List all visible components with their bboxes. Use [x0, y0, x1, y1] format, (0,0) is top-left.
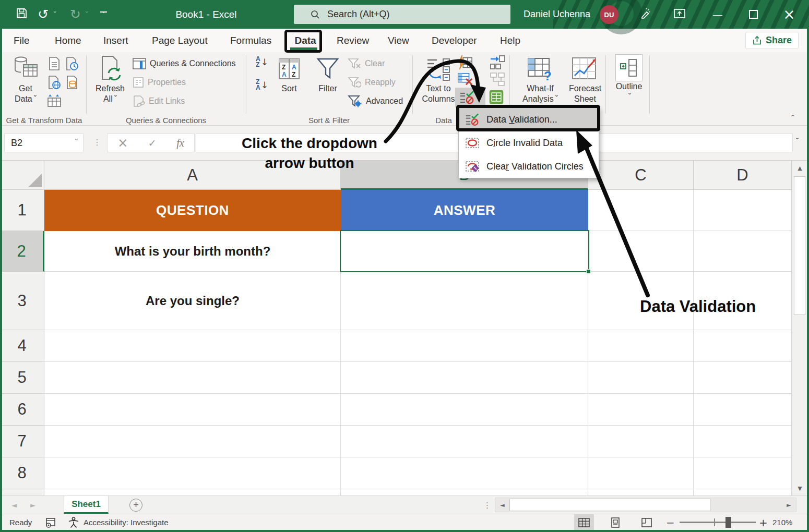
consolidate-button[interactable]: [490, 54, 505, 71]
scroll-up-button[interactable]: ▲: [792, 161, 807, 175]
new-sheet-button[interactable]: +: [129, 499, 142, 512]
insert-function-icon[interactable]: fx: [176, 137, 184, 149]
recent-sources-button[interactable]: [64, 55, 80, 72]
menu-item-circle-invalid-data[interactable]: Circle Invalid Data: [459, 131, 599, 154]
advanced-filter-button[interactable]: Advanced: [348, 94, 403, 108]
sort-ascending-button[interactable]: AZ ↓: [256, 56, 271, 68]
tab-formulas[interactable]: Formulas: [230, 29, 271, 52]
search-box[interactable]: Search (Alt+Q): [294, 5, 510, 24]
horizontal-scrollbar[interactable]: ◄ ►: [495, 498, 796, 512]
collapse-ribbon-button[interactable]: ˆ: [791, 114, 794, 125]
sort-descending-button[interactable]: ZA ↓: [256, 79, 271, 91]
row-header-5[interactable]: 5: [0, 362, 44, 394]
ribbon-display-options-button[interactable]: [673, 0, 686, 29]
expand-formula-bar-button[interactable]: ˇ: [794, 137, 799, 147]
enter-check-icon[interactable]: ✓: [148, 137, 157, 149]
formula-bar-handle[interactable]: ⋮: [93, 137, 101, 147]
accessibility-status[interactable]: Accessibility: Investigate: [84, 514, 169, 530]
accessibility-button[interactable]: [68, 514, 79, 530]
flash-fill-button[interactable]: [457, 54, 473, 71]
scroll-down-button[interactable]: ▼: [792, 481, 807, 495]
properties-button[interactable]: Properties: [133, 75, 186, 90]
scroll-left-button[interactable]: ◄: [495, 498, 509, 512]
what-if-analysis-button[interactable]: ? What-If Analysisˇ: [517, 54, 564, 108]
maximize-button[interactable]: [741, 0, 765, 29]
redo-button[interactable]: ↻: [70, 0, 81, 29]
zoom-level[interactable]: 210%: [772, 514, 792, 530]
zoom-slider-thumb[interactable]: [725, 517, 731, 528]
tab-file[interactable]: File: [14, 29, 30, 52]
zoom-out-button[interactable]: −: [666, 514, 675, 530]
tab-page-layout[interactable]: Page Layout: [152, 29, 208, 52]
sheet-nav-right[interactable]: ►: [30, 496, 35, 514]
customize-qat-button[interactable]: ˇ: [100, 0, 107, 29]
page-break-preview-button[interactable]: [637, 514, 657, 530]
edit-links-button[interactable]: Edit Links: [133, 94, 185, 108]
manage-data-model-button[interactable]: [489, 89, 504, 105]
select-all-corner[interactable]: [0, 161, 44, 190]
macro-record-button[interactable]: [45, 514, 56, 530]
row-header-7[interactable]: 7: [0, 426, 44, 457]
remove-duplicates-button[interactable]: [457, 71, 473, 88]
row-header-2[interactable]: 2: [0, 231, 44, 272]
row-header-8[interactable]: 8: [0, 457, 44, 489]
tab-insert[interactable]: Insert: [103, 29, 128, 52]
tab-review[interactable]: Review: [337, 29, 369, 52]
text-to-columns-button[interactable]: Text to Columns: [419, 54, 458, 108]
normal-view-button[interactable]: [574, 514, 594, 530]
forecast-sheet-button[interactable]: Forecast Sheet: [566, 54, 604, 108]
user-name[interactable]: Daniel Uchenna: [524, 0, 590, 29]
close-button[interactable]: ×: [777, 0, 801, 29]
name-box[interactable]: B2 ˇ: [4, 134, 84, 152]
undo-dropdown[interactable]: ˇ: [54, 0, 56, 29]
reapply-button[interactable]: Reapply: [348, 75, 396, 90]
tab-view[interactable]: View: [388, 29, 409, 52]
cell-a1[interactable]: QUESTION: [44, 190, 341, 231]
existing-connections-button[interactable]: [46, 92, 62, 109]
sheet-tab-sheet1[interactable]: Sheet1: [64, 496, 109, 514]
tabstrip-resize-handle[interactable]: ⋮: [483, 496, 491, 514]
queries-connections-button[interactable]: Queries & Connections: [133, 56, 236, 71]
undo-button[interactable]: ↺: [38, 0, 49, 29]
row-header-1[interactable]: 1: [0, 190, 44, 231]
from-table-range-button[interactable]: [64, 74, 80, 91]
from-web-button[interactable]: [46, 74, 62, 91]
tab-home[interactable]: Home: [55, 29, 81, 52]
avatar[interactable]: DU: [600, 5, 618, 24]
minimize-button[interactable]: —: [706, 0, 730, 29]
outline-button[interactable]: Outlineˇ: [610, 54, 648, 108]
fill-handle[interactable]: [586, 269, 591, 274]
clear-filter-button[interactable]: Clear: [348, 56, 385, 71]
filter-button[interactable]: Filter: [313, 54, 342, 108]
vertical-scrollbar[interactable]: ▲ ▼: [792, 161, 807, 495]
row-header-3[interactable]: 3: [0, 272, 44, 330]
cell-a3[interactable]: Are you single?: [44, 272, 341, 330]
sheet-nav-left[interactable]: ◄: [11, 496, 17, 514]
redo-dropdown[interactable]: ˇ: [86, 0, 88, 29]
page-layout-view-button[interactable]: [605, 514, 625, 530]
row-header-4[interactable]: 4: [0, 330, 44, 362]
cell-a2[interactable]: What is your birth month?: [44, 231, 341, 272]
cell-b1[interactable]: ANSWER: [341, 190, 588, 231]
share-button[interactable]: Share: [745, 32, 799, 49]
scroll-right-button[interactable]: ►: [782, 498, 796, 512]
refresh-all-button[interactable]: Refresh Allˇ: [92, 54, 128, 108]
get-data-button[interactable]: Get Dataˇ: [8, 54, 43, 108]
horizontal-scroll-thumb[interactable]: [509, 499, 710, 511]
feedback-button[interactable]: [639, 0, 651, 29]
save-button[interactable]: [16, 0, 28, 29]
column-header-d[interactable]: D: [694, 161, 792, 190]
cancel-icon[interactable]: ×: [117, 136, 128, 150]
column-header-c[interactable]: C: [588, 161, 694, 190]
tab-help[interactable]: Help: [500, 29, 520, 52]
from-text-button[interactable]: [46, 55, 62, 72]
menu-item-clear-validation-circles[interactable]: Clear Validation Circles: [459, 155, 599, 178]
zoom-in-button[interactable]: +: [759, 514, 768, 530]
tab-developer[interactable]: Developer: [432, 29, 477, 52]
row-header-6[interactable]: 6: [0, 394, 44, 426]
sheet-grid[interactable]: A B C D 1 2 3 4 5 6 7 8 QUESTION ANSWER …: [0, 161, 792, 495]
vertical-scroll-thumb[interactable]: [794, 176, 805, 315]
sort-button[interactable]: ZAAZ Sort: [275, 54, 304, 108]
relationships-button[interactable]: [490, 71, 505, 88]
row-header-partial[interactable]: [0, 489, 44, 495]
